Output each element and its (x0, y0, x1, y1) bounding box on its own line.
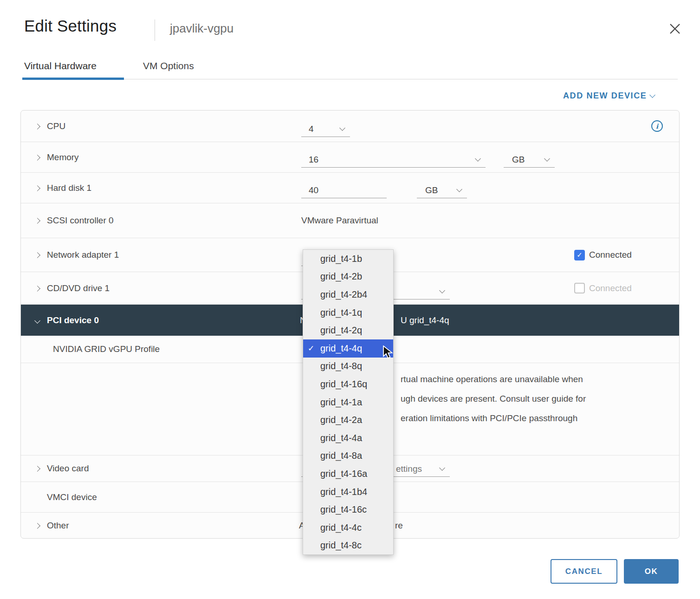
scsi-controller-label: SCSI controller 0 (47, 215, 114, 226)
memory-unit-select[interactable]: GB (504, 152, 555, 168)
memory-unit-value: GB (512, 155, 525, 165)
checkbox-checked-icon: ✓ (574, 250, 585, 260)
vgpu-profile-option-label: grid_t4-1b (320, 254, 362, 264)
row-scsi-controller: SCSI controller 0 VMware Paravirtual (21, 203, 679, 238)
pci-device-label: PCI device 0 (47, 315, 99, 326)
expand-chevron-icon[interactable] (34, 523, 40, 529)
chevron-down-icon (339, 125, 345, 131)
chevron-down-icon (475, 156, 481, 162)
vgpu-profile-option-label: grid_t4-1q (320, 307, 362, 318)
vgpu-profile-option-label: grid_t4-16c (320, 504, 367, 515)
hard-disk-unit-value: GB (425, 185, 438, 195)
active-tab-underline (22, 78, 124, 80)
check-icon: ✓ (308, 344, 314, 353)
video-card-settings-fragment: ettings (396, 464, 422, 474)
vgpu-profile-option[interactable]: ✓ grid_t4-16a (303, 465, 393, 483)
memory-size-value: 16 (309, 155, 318, 165)
vgpu-profile-option-label: grid_t4-2b4 (320, 289, 367, 300)
mouse-cursor-icon (382, 345, 395, 361)
warning-line: ugh devices are present. Consult user gu… (401, 389, 679, 409)
vgpu-profile-option[interactable]: ✓ grid_t4-2b4 (303, 286, 393, 304)
checkbox-unchecked-icon (574, 283, 585, 293)
memory-size-select[interactable]: 16 (301, 152, 486, 168)
collapse-chevron-icon[interactable] (34, 318, 40, 324)
vgpu-profile-option-label: grid_t4-8q (320, 361, 362, 371)
row-cpu: CPU 4 i (21, 111, 679, 142)
scsi-controller-value: VMware Paravirtual (301, 215, 378, 226)
network-connected-checkbox[interactable]: ✓ Connected (574, 250, 632, 260)
vgpu-profile-option[interactable]: ✓ grid_t4-1q (303, 304, 393, 322)
vgpu-profile-option[interactable]: ✓ grid_t4-8c (303, 537, 393, 555)
cddvd-drive-label: CD/DVD drive 1 (47, 283, 110, 293)
vmci-device-label: VMCI device (47, 492, 97, 502)
expand-chevron-icon[interactable] (34, 466, 40, 472)
expand-chevron-icon[interactable] (34, 252, 40, 258)
connected-label: Connected (589, 283, 632, 293)
pci-device-value-fragment-right: U grid_t4-4q (401, 315, 449, 326)
other-label: Other (47, 521, 69, 531)
cpu-label: CPU (47, 121, 65, 131)
expand-chevron-icon[interactable] (34, 185, 40, 191)
vgpu-profile-option-label: grid_t4-4a (320, 433, 362, 443)
vgpu-profile-option[interactable]: ✓ grid_t4-4q (303, 339, 393, 358)
expand-chevron-icon[interactable] (34, 124, 40, 130)
vgpu-profile-option[interactable]: ✓ grid_t4-1b4 (303, 483, 393, 501)
close-icon[interactable] (667, 20, 683, 37)
vgpu-profile-option[interactable]: ✓ grid_t4-4c (303, 519, 393, 537)
add-new-device-button[interactable]: ADD NEW DEVICE (563, 91, 655, 101)
other-value-fragment-right: re (395, 521, 403, 531)
vgpu-profile-option[interactable]: ✓ grid_t4-1a (303, 393, 393, 411)
vgpu-profile-option[interactable]: ✓ grid_t4-16c (303, 501, 393, 519)
cpu-count-value: 4 (309, 124, 314, 134)
vgpu-profile-option-label: grid_t4-4q (320, 343, 362, 354)
connected-label: Connected (589, 250, 632, 260)
ok-button[interactable]: OK (624, 559, 679, 584)
add-new-device-label: ADD NEW DEVICE (563, 91, 647, 101)
tab-vm-options[interactable]: VM Options (143, 60, 194, 72)
chevron-down-icon (439, 287, 445, 293)
network-adapter-label: Network adapter 1 (47, 250, 119, 260)
vgpu-profile-option[interactable]: ✓ grid_t4-16q (303, 375, 393, 393)
expand-chevron-icon[interactable] (34, 155, 40, 161)
vgpu-profile-option-label: grid_t4-2a (320, 415, 362, 425)
vgpu-profile-label: NVIDIA GRID vGPU Profile (53, 344, 160, 354)
expand-chevron-icon[interactable] (34, 286, 40, 292)
hard-disk-label: Hard disk 1 (47, 183, 91, 193)
edit-settings-dialog: Edit Settings jpavlik-vgpu Virtual Hardw… (0, 0, 700, 599)
chevron-down-icon (456, 186, 462, 192)
hard-disk-size-value: 40 (309, 185, 318, 195)
vgpu-profile-option-label: grid_t4-16q (320, 379, 367, 390)
vgpu-profile-option[interactable]: ✓ grid_t4-1b (303, 250, 393, 268)
vgpu-profile-option[interactable]: ✓ grid_t4-8a (303, 447, 393, 465)
expand-chevron-icon[interactable] (34, 218, 40, 224)
warning-line: eration limitations with PCI/PCIe passth… (401, 409, 679, 428)
video-card-label: Video card (47, 463, 89, 474)
vgpu-profile-option[interactable]: ✓ grid_t4-4a (303, 429, 393, 447)
vgpu-profile-option[interactable]: ✓ grid_t4-2b (303, 268, 393, 286)
vgpu-profile-option-label: grid_t4-4c (320, 522, 362, 533)
tab-virtual-hardware[interactable]: Virtual Hardware (24, 60, 97, 72)
row-hard-disk: Hard disk 1 40 GB (21, 173, 679, 203)
vgpu-profile-option-label: grid_t4-8c (320, 540, 362, 551)
vgpu-profile-option-label: grid_t4-2b (320, 271, 362, 282)
memory-label: Memory (47, 152, 79, 163)
chevron-down-icon (439, 465, 445, 471)
chevron-down-icon (544, 156, 550, 162)
warning-line: rtual machine operations are unavailable… (401, 370, 679, 389)
hard-disk-unit-select[interactable]: GB (417, 182, 467, 198)
vgpu-profile-option-label: grid_t4-1b4 (320, 487, 367, 497)
vgpu-profile-option[interactable]: ✓ grid_t4-8q (303, 358, 393, 376)
hard-disk-size-input[interactable]: 40 (301, 182, 387, 198)
cancel-button[interactable]: CANCEL (551, 559, 617, 584)
info-icon[interactable]: i (651, 120, 663, 132)
vgpu-profile-option-label: grid_t4-8a (320, 450, 362, 461)
vgpu-profile-option-label: grid_t4-16a (320, 469, 367, 479)
vgpu-profile-option-label: grid_t4-1a (320, 397, 362, 408)
cpu-count-select[interactable]: 4 (301, 121, 350, 137)
vgpu-profile-option[interactable]: ✓ grid_t4-2q (303, 321, 393, 339)
vgpu-profile-option[interactable]: ✓ grid_t4-2a (303, 411, 393, 429)
cddvd-connected-checkbox[interactable]: Connected (574, 283, 632, 293)
title-separator (155, 20, 155, 41)
vgpu-profile-option-label: grid_t4-2q (320, 325, 362, 336)
row-memory: Memory 16 GB (21, 142, 679, 173)
